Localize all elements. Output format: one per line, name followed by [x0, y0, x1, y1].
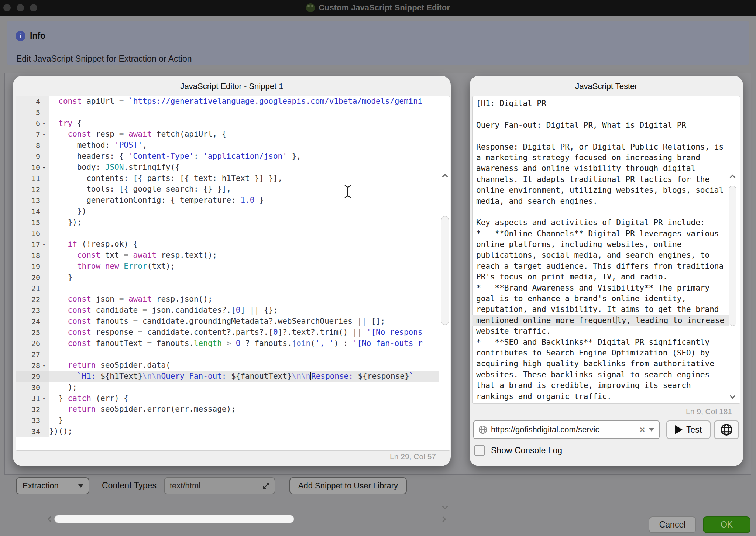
- tester-line-16[interactable]: reach a target audience. This differs fr…: [472, 261, 729, 272]
- code-line-8[interactable]: method: 'POST',: [49, 140, 439, 151]
- tester-output[interactable]: [H1: Digital PRQuery Fan-out: Digital PR…: [472, 98, 729, 402]
- code-line-5[interactable]: [49, 107, 439, 118]
- scroll-up-icon[interactable]: [730, 175, 736, 181]
- fold-icon[interactable]: ▾: [40, 132, 48, 137]
- code-line-15[interactable]: });: [49, 217, 439, 228]
- code-line-33[interactable]: }: [49, 415, 439, 426]
- code-line-19[interactable]: throw new Error(txt);: [49, 261, 439, 272]
- scroll-down-icon[interactable]: [730, 393, 736, 399]
- code-line-18[interactable]: const txt = await resp.text();: [49, 250, 439, 261]
- tester-line-14[interactable]: online platforms, including websites, on…: [472, 239, 729, 250]
- code-line-29[interactable]: `H1: ${h1Text}\n\nQuery Fan-out: ${fanou…: [49, 371, 439, 382]
- code-line-7[interactable]: const resp = await fetch(apiUrl, {: [49, 129, 439, 140]
- tester-vertical-scrollbar[interactable]: [728, 172, 738, 401]
- fold-icon[interactable]: ▾: [40, 121, 48, 126]
- ok-button[interactable]: OK: [703, 516, 750, 533]
- tester-line-17[interactable]: PR's focus on print media, TV, and radio…: [472, 272, 729, 282]
- code-line-22[interactable]: const json = await resp.json();: [49, 294, 439, 305]
- code-line-32[interactable]: return seoSpider.error(err.message);: [49, 404, 439, 415]
- tester-line-13[interactable]: * **Online Channels** Digital PR leverag…: [472, 229, 729, 239]
- fold-icon[interactable]: ▾: [40, 165, 48, 170]
- tester-line-2[interactable]: [472, 109, 729, 120]
- code-line-20[interactable]: }: [49, 272, 439, 283]
- clear-url-icon[interactable]: ×: [640, 425, 645, 435]
- code-line-30[interactable]: );: [49, 382, 439, 393]
- tester-line-22[interactable]: website traffic.: [472, 326, 729, 337]
- scroll-up-icon[interactable]: [442, 174, 448, 180]
- tester-line-24[interactable]: contributes to Search Engine Optimizatio…: [472, 348, 729, 358]
- gutter-line-10[interactable]: 10▾: [16, 162, 49, 173]
- tester-line-5[interactable]: Response: Digital PR, or Digital Public …: [472, 142, 729, 152]
- fold-icon[interactable]: ▾: [40, 242, 48, 247]
- code-line-4[interactable]: const apiUrl = `https://generativelangua…: [49, 96, 439, 107]
- gutter-line-17[interactable]: 17▾: [16, 239, 49, 250]
- tester-line-27[interactable]: that a brand is credible, improving its …: [472, 380, 729, 391]
- tester-line-10[interactable]: media, and search engines.: [472, 196, 729, 207]
- tester-line-26[interactable]: websites. These backlinks signal to sear…: [472, 370, 729, 380]
- tester-line-1[interactable]: [H1: Digital PR: [472, 98, 729, 109]
- code-line-14[interactable]: }): [49, 206, 439, 217]
- tester-line-28[interactable]: rankings and organic traffic.: [472, 391, 729, 402]
- code-line-34[interactable]: })();: [49, 426, 439, 437]
- open-in-browser-button[interactable]: [714, 420, 739, 439]
- scroll-down-icon[interactable]: [442, 504, 448, 510]
- test-url-input[interactable]: https://gofishdigital.com/servic ×: [473, 420, 660, 439]
- tester-line-9[interactable]: online environment, utilizing websites, …: [472, 185, 729, 196]
- editor-vertical-scrollbar[interactable]: [440, 172, 450, 513]
- test-button[interactable]: Test: [666, 420, 711, 439]
- snippet-editor-window: Custom JavaScript Snippet Editor i Info …: [0, 0, 756, 536]
- gutter-line-12: 12: [16, 184, 49, 195]
- code-line-17[interactable]: if (!resp.ok) {: [49, 239, 439, 250]
- gutter-line-7[interactable]: 7▾: [16, 129, 49, 140]
- fold-icon[interactable]: ▾: [40, 363, 48, 368]
- add-snippet-button[interactable]: Add Snippet to User Library: [289, 477, 407, 494]
- tester-line-6[interactable]: a marketing strategy focused on increasi…: [472, 152, 729, 163]
- code-line-16[interactable]: [49, 228, 439, 239]
- code-line-31[interactable]: } catch (err) {: [49, 393, 439, 404]
- code-line-24[interactable]: const fanouts = candidate.groundingMetad…: [49, 316, 439, 327]
- code-line-10[interactable]: body: JSON.stringify({: [49, 162, 439, 173]
- tester-line-12[interactable]: Key aspects and activities of Digital PR…: [472, 217, 729, 228]
- code-editor[interactable]: const apiUrl = `https://generativelangua…: [49, 96, 439, 437]
- code-line-21[interactable]: [49, 283, 439, 294]
- code-line-25[interactable]: const response = candidate.content?.part…: [49, 327, 439, 338]
- code-line-23[interactable]: const candidate = json.candidates?.[0] |…: [49, 305, 439, 316]
- tester-line-20[interactable]: reputation, and visibility. It aims to g…: [472, 304, 729, 315]
- tester-vscroll-thumb[interactable]: [729, 186, 736, 326]
- tester-line-4[interactable]: [472, 131, 729, 141]
- tester-line-23[interactable]: * **SEO and Backlinks** Digital PR signi…: [472, 337, 729, 348]
- tester-line-7[interactable]: awareness and online visibility through …: [472, 163, 729, 174]
- tester-line-19[interactable]: goal is to enhance a brand's online iden…: [472, 293, 729, 304]
- gutter-line-31[interactable]: 31▾: [16, 393, 49, 404]
- tester-line-18[interactable]: * **Brand Awareness and Visibility** The…: [472, 283, 729, 293]
- gutter-line-28[interactable]: 28▾: [16, 360, 49, 371]
- tester-line-8[interactable]: channels. It adapts traditional PR tacti…: [472, 174, 729, 185]
- gutter-line-14: 14: [16, 206, 49, 217]
- code-line-13[interactable]: generationConfig: { temperature: 1.0 }: [49, 195, 439, 206]
- code-line-26[interactable]: const fanoutText = fanouts.length > 0 ? …: [49, 338, 439, 349]
- code-line-27[interactable]: [49, 349, 439, 360]
- editor-vscroll-thumb[interactable]: [441, 216, 449, 325]
- code-line-12[interactable]: tools: [{ google_search: {} }],: [49, 184, 439, 195]
- tester-line-15[interactable]: publications, social media, and search e…: [472, 250, 729, 261]
- expand-icon[interactable]: [262, 482, 270, 490]
- code-line-28[interactable]: return seoSpider.data(: [49, 360, 439, 371]
- tester-line-25[interactable]: acquiring high-quality backlinks from au…: [472, 358, 729, 369]
- content-types-input[interactable]: text/html: [164, 477, 275, 494]
- tester-line-11[interactable]: [472, 207, 729, 217]
- code-line-9[interactable]: headers: { 'Content-Type': 'application/…: [49, 151, 439, 162]
- code-line-6[interactable]: try {: [49, 118, 439, 129]
- tester-line-3[interactable]: Query Fan-out: Digital PR, What is Digit…: [472, 120, 729, 131]
- tester-line-21[interactable]: mentioned online more frequently, leadin…: [472, 315, 729, 326]
- scroll-left-icon[interactable]: [48, 516, 54, 522]
- scroll-right-icon[interactable]: [440, 516, 446, 522]
- fold-icon[interactable]: ▾: [40, 396, 48, 401]
- code-line-11[interactable]: contents: [{ parts: [{ text: h1Text }] }…: [49, 173, 439, 184]
- show-console-log-checkbox[interactable]: [474, 445, 485, 456]
- url-dropdown-icon[interactable]: [649, 428, 654, 432]
- snippet-type-dropdown[interactable]: Extraction: [16, 477, 89, 494]
- info-heading: Info: [30, 31, 45, 41]
- gutter-line-6[interactable]: 6▾: [16, 118, 49, 129]
- cancel-button[interactable]: Cancel: [649, 516, 696, 533]
- editor-hscroll-thumb[interactable]: [54, 515, 294, 523]
